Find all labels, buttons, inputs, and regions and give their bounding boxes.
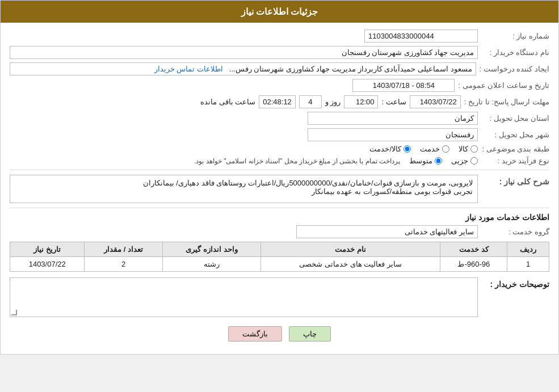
- mohlat-time: 12:00: [344, 95, 378, 108]
- tarikh-ilan-value: 1403/07/18 - 08:54: [352, 79, 455, 92]
- ijad-konande-link[interactable]: اطلاعات تماس خریدار: [154, 65, 223, 73]
- tosih-row: توصیحات خریدار :: [10, 277, 549, 317]
- tabaqeh-radio-kala-input[interactable]: [470, 145, 478, 153]
- table-cell-kod: 960-96-ط: [440, 257, 507, 272]
- page-header: جزئیات اطلاعات نیاز: [1, 1, 558, 23]
- mohlat-date: 1403/07/22: [410, 95, 461, 108]
- ostan-value: کرمان: [308, 112, 478, 125]
- mohlat-row: مهلت ارسال پاسخ: تا تاریخ : 1403/07/22 س…: [10, 95, 549, 108]
- goroh-label: گروه خدمت :: [481, 227, 549, 236]
- tabaqeh-radio-khedmat-label: خدمت: [420, 145, 440, 153]
- ijad-konande-text: مسعود اسماعیلی حمیدآبادی کاربرداز مدیریت…: [229, 65, 472, 73]
- table-cell-radif: 1: [507, 257, 549, 272]
- print-button[interactable]: چاپ: [289, 326, 331, 342]
- tabaqeh-radio-group: کالا خدمت کالا/خدمت: [369, 145, 478, 153]
- nam-dastgah-row: نام دستگاه خریدار : مدیریت جهاد کشاورزی …: [10, 46, 549, 59]
- tabaqeh-label: طبقه بندی موضوعی :: [481, 145, 549, 153]
- tarikh-ilan-label: تاریخ و ساعت اعلان عمومی :: [458, 81, 549, 90]
- khadamat-table: ردیف کد خدمت نام خدمت واحد اندازه گیری ت…: [10, 242, 549, 272]
- tosih-area: [10, 277, 478, 317]
- shahr-value: رفسنجان: [308, 128, 478, 141]
- mohlat-roz-label: روز و: [325, 98, 341, 106]
- sharh-value: لایروبی، مرمت و بازسازی قنوات/خنامان/نقد…: [10, 175, 478, 203]
- tabaqeh-radio-kala-label: کالا: [459, 145, 468, 153]
- mohlat-label: مهلت ارسال پاسخ: تا تاریخ :: [464, 98, 549, 106]
- ostan-label: استان محل تحویل :: [481, 114, 549, 123]
- goroh-value: سایر فعالیتهای خدماتی: [296, 225, 478, 238]
- nam-dastgah-label: نام دستگاه خریدار :: [481, 48, 549, 57]
- nam-dastgah-value: مدیریت جهاد کشاورزی شهرستان رفسنجان: [10, 46, 478, 59]
- tabaqeh-radio-kala: کالا: [459, 145, 478, 153]
- ostan-row: استان محل تحویل : کرمان: [10, 112, 549, 125]
- col-nam: نام خدمت: [261, 242, 440, 257]
- tabaqeh-radio-kalakhedmat-label: کالا/خدمت: [369, 145, 401, 153]
- mohlat-baghimande-label: ساعت باقی مانده: [200, 98, 255, 106]
- tabaqeh-radio-kalakhedmat: کالا/خدمت: [369, 145, 411, 153]
- ijad-konande-row: ایجاد کننده درخواست : مسعود اسماعیلی حمی…: [10, 62, 549, 75]
- page-container: جزئیات اطلاعات نیاز شماره نیاز : 1103004…: [0, 0, 559, 355]
- col-tarikh: تاریخ نیاز: [10, 242, 85, 257]
- col-kod: کد خدمت: [440, 242, 507, 257]
- khadamat-title: اطلاعات خدمات مورد نیاز: [10, 213, 549, 222]
- back-button[interactable]: بازگشت: [228, 326, 282, 342]
- farayand-label: نوع فرآیند خرید :: [481, 157, 549, 165]
- farayand-radio-motavasset: متوسط: [409, 157, 442, 165]
- farayand-radio-motavasset-input[interactable]: [435, 157, 442, 165]
- table-cell-tarikh: 1403/07/22: [10, 257, 85, 272]
- page-title: جزئیات اطلاعات نیاز: [241, 7, 318, 16]
- ijad-konande-value: مسعود اسماعیلی حمیدآبادی کاربرداز مدیریت…: [10, 62, 476, 75]
- sharh-label: شرح کلی نیاز :: [481, 175, 549, 186]
- resize-handle[interactable]: [11, 310, 17, 315]
- farayand-radio-jozi: جزیی: [451, 157, 478, 165]
- mohlat-saat-label: ساعت :: [381, 98, 406, 106]
- shomare-niaz-value: 1103004833000044: [364, 29, 478, 43]
- tabaqeh-row: طبقه بندی موضوعی : کالا خدمت کالا/خدمت: [10, 145, 549, 153]
- goroh-row: گروه خدمت : سایر فعالیتهای خدماتی: [10, 225, 549, 238]
- col-tedad: تعداد / مقدار: [85, 242, 162, 257]
- col-radif: ردیف: [507, 242, 549, 257]
- tabaqeh-radio-khedmat-input[interactable]: [442, 145, 449, 153]
- table-row: 1960-96-طسایر فعالیت های خدماتی شخصیرشته…: [10, 257, 549, 272]
- tabaqeh-radio-khedmat: خدمت: [420, 145, 449, 153]
- shahr-row: شهر محل تحویل : رفسنجان: [10, 128, 549, 141]
- table-cell-tedaد: 2: [85, 257, 162, 272]
- ijad-konande-label: ایجاد کننده درخواست :: [480, 65, 549, 73]
- tosih-label: توصیحات خریدار :: [481, 277, 549, 289]
- content-area: شماره نیاز : 1103004833000044 نام دستگاه…: [1, 23, 558, 354]
- buttons-row: چاپ بازگشت: [10, 326, 549, 342]
- farayand-radio-motavasset-label: متوسط: [409, 157, 432, 165]
- shahr-label: شهر محل تحویل :: [481, 130, 549, 139]
- shomare-niaz-row: شماره نیاز : 1103004833000044: [10, 29, 549, 43]
- mohlat-timer: 02:48:12: [259, 95, 296, 108]
- tabaqeh-radio-kalakhedmat-input[interactable]: [404, 145, 411, 153]
- table-cell-vahed: رشته: [162, 257, 260, 272]
- farayand-note: پرداخت تمام یا بخشی از مبلغ خریداز محل "…: [194, 157, 400, 165]
- farayand-radio-jozi-input[interactable]: [470, 157, 478, 165]
- farayand-radio-group: جزیی متوسط پرداخت تمام یا بخشی از مبلغ خ…: [194, 157, 478, 165]
- shomare-niaz-label: شماره نیاز :: [481, 32, 549, 40]
- mohlat-roz: 4: [299, 95, 322, 108]
- farayand-radio-jozi-label: جزیی: [451, 157, 468, 165]
- tarikh-ilan-row: تاریخ و ساعت اعلان عمومی : 1403/07/18 - …: [10, 79, 549, 92]
- table-cell-nam: سایر فعالیت های خدماتی شخصی: [261, 257, 440, 272]
- sharh-row: شرح کلی نیاز : لایروبی، مرمت و بازسازی ق…: [10, 175, 549, 203]
- farayand-row: نوع فرآیند خرید : جزیی متوسط پرداخت تمام…: [10, 157, 549, 165]
- col-vahed: واحد اندازه گیری: [162, 242, 260, 257]
